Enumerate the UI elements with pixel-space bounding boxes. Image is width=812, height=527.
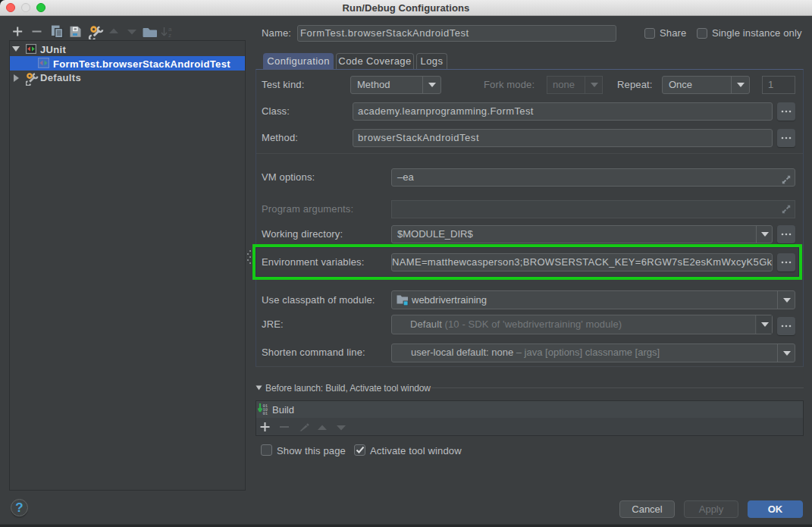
svg-text:z: z [168,32,171,39]
svg-text:01: 01 [263,411,268,416]
